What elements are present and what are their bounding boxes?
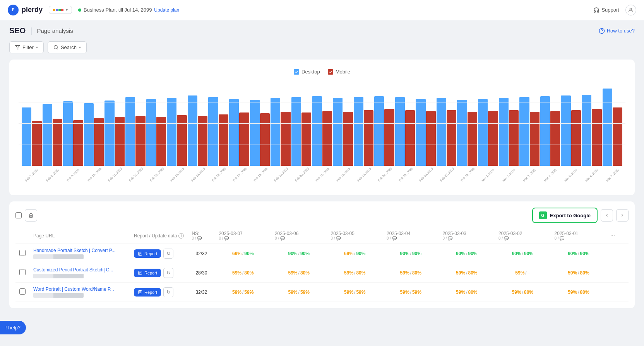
logo-icon: P — [8, 5, 19, 15]
score-a-1-0: 59% — [232, 270, 242, 276]
svg-point-4 — [54, 46, 58, 49]
how-to-use-link[interactable]: How to use? — [599, 28, 635, 34]
url-link-1[interactable]: Customized Pencil Portrait Sketch| C... — [33, 267, 126, 273]
export-label: Export to Google — [550, 213, 591, 218]
desktop-checkbox[interactable] — [294, 69, 299, 75]
date-6-sub: 0 / 💬 — [555, 236, 603, 240]
score-sep-2-0: / — [242, 290, 243, 295]
page-content: SEO | Page analysis How to use? Filter ▾… — [0, 20, 644, 314]
score-a-1-3: 59% — [400, 270, 409, 276]
score-b-0-5: 90% — [524, 251, 533, 256]
table-header-row: Page URL Report / Update data i NS: 0 / … — [15, 228, 629, 244]
cell-score-2-2: 59% / 59% — [327, 283, 383, 302]
refresh-button-2[interactable]: ↻ — [163, 287, 173, 297]
grid-line-50 — [19, 123, 625, 124]
report-button-2[interactable]: Report — [134, 288, 161, 297]
date-0-sub: 0 / 💬 — [219, 236, 267, 240]
score-b-0-1: 90% — [300, 251, 310, 256]
cell-more-1 — [606, 263, 629, 283]
select-all-checkbox[interactable] — [15, 212, 22, 218]
score-a-2-5: 59% — [512, 290, 521, 295]
cell-score-0-6: 90% / 90% — [551, 244, 607, 263]
filter-button[interactable]: Filter ▾ — [9, 41, 44, 53]
chart-grid — [19, 81, 625, 166]
score-sep-2-1: / — [298, 290, 300, 295]
plan-color-dots — [53, 9, 63, 11]
th-ns-sub: 0 / 💬 — [192, 236, 211, 240]
report-info-icon[interactable]: i — [178, 233, 184, 239]
separator: | — [30, 26, 32, 35]
th-more: ⋯ — [606, 228, 629, 244]
score-b-2-4: 80% — [468, 290, 477, 295]
search-button[interactable]: Search ▾ — [48, 41, 87, 53]
export-google-button[interactable]: G Export to Google — [532, 208, 598, 223]
headset-icon — [593, 7, 599, 13]
score-a-0-2: 69% — [344, 251, 353, 256]
refresh-button-1[interactable]: ↻ — [163, 268, 173, 278]
toolbar: Filter ▾ Search ▾ — [9, 41, 635, 53]
score-sep-2-4: / — [466, 290, 467, 295]
delete-button[interactable] — [25, 209, 37, 222]
th-report-container: Report / Update data i — [134, 233, 184, 239]
score-b-0-3: 90% — [412, 251, 421, 256]
score-b-1-4: 80% — [468, 270, 477, 276]
cell-score-0-0: 69% / 90% — [215, 244, 271, 263]
refresh-button-0[interactable]: ↻ — [163, 249, 173, 259]
th-date-4: 2025-03-03 0 / 💬 — [439, 228, 495, 244]
cell-score-2-1: 59% / 59% — [271, 283, 327, 302]
chart-labels: Feb 7, 2025Feb 8, 2025Feb 9, 2025Feb 10,… — [19, 168, 625, 189]
cell-more-0 — [606, 244, 629, 263]
next-page-button[interactable] — [616, 209, 629, 222]
date-1-sub: 0 / 💬 — [275, 236, 323, 240]
cell-ns-2: 32/32 — [188, 283, 215, 302]
legend-mobile: Mobile — [328, 69, 350, 75]
how-to-use-label: How to use? — [607, 28, 635, 34]
cell-score-2-4: 59% / 80% — [439, 283, 495, 302]
date-4-label: 2025-03-03 — [443, 231, 491, 236]
score-b-1-2: 80% — [356, 270, 365, 276]
plan-dot-3 — [58, 9, 61, 11]
score-a-0-1: 90% — [288, 251, 298, 256]
plan-info: Business Plan, till Jul 14, 2099 Update … — [78, 7, 179, 13]
row-checkbox-0[interactable] — [19, 250, 26, 256]
user-avatar[interactable] — [625, 5, 636, 15]
update-plan-link[interactable]: Update plan — [154, 7, 179, 13]
score-b-0-4: 90% — [468, 251, 477, 256]
svg-marker-3 — [15, 46, 20, 49]
mobile-checkbox[interactable] — [328, 69, 333, 75]
url-link-0[interactable]: Handmade Portrait Sketch | Convert P... — [33, 248, 126, 253]
th-page-url-label: Page URL — [33, 233, 55, 239]
th-ns: NS: 0 / 💬 — [188, 228, 215, 244]
plan-selector[interactable]: ▾ — [49, 6, 72, 14]
plan-text: Business Plan, till Jul 14, 2099 — [84, 7, 152, 13]
th-date-5: 2025-03-02 0 / 💬 — [495, 228, 551, 244]
filter-chevron: ▾ — [36, 45, 38, 49]
score-sep-1-4: / — [466, 270, 467, 276]
row-checkbox-2[interactable] — [19, 288, 26, 295]
cell-score-1-5: 59% / – — [495, 263, 551, 283]
row-checkbox-1[interactable] — [19, 269, 26, 275]
filter-label: Filter — [22, 44, 34, 50]
chart-legend: Desktop Mobile — [19, 69, 625, 75]
score-a-1-4: 59% — [456, 270, 465, 276]
date-1-label: 2025-03-06 — [275, 231, 323, 236]
support-button[interactable]: Support — [593, 7, 619, 13]
help-circle-icon — [599, 28, 605, 34]
prev-page-button[interactable] — [601, 209, 613, 222]
score-sep-1-0: / — [242, 270, 243, 276]
url-link-2[interactable]: Word Portrait | Custom Word/Name P... — [33, 286, 126, 292]
trash-icon — [28, 213, 34, 218]
date-2-label: 2025-03-05 — [331, 231, 379, 236]
score-sep-0-4: / — [466, 251, 467, 256]
date-2-sub: 0 / 💬 — [331, 236, 379, 240]
report-button-0[interactable]: Report — [134, 249, 161, 258]
date-3-sub: 0 / 💬 — [387, 236, 435, 240]
date-4-sub: 0 / 💬 — [443, 236, 491, 240]
check-icon-mobile — [329, 70, 332, 74]
url-thumb-0 — [33, 254, 84, 259]
cell-score-0-1: 90% / 90% — [271, 244, 327, 263]
score-sep-0-1: / — [298, 251, 300, 256]
report-button-1[interactable]: Report — [134, 269, 161, 277]
cell-score-0-5: 90% / 90% — [495, 244, 551, 263]
cell-score-1-3: 59% / 80% — [383, 263, 439, 283]
